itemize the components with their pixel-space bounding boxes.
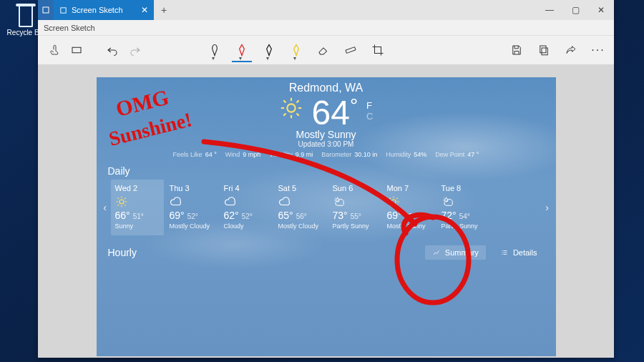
breadcrumb: Screen Sketch: [38, 20, 614, 36]
tab-icon: [59, 6, 67, 14]
window-close-button[interactable]: ✕: [588, 0, 614, 20]
day-card[interactable]: Mon 769°52°Mostly Sunny: [383, 180, 436, 235]
undo-button[interactable]: [104, 40, 121, 60]
save-button[interactable]: [508, 40, 525, 60]
day-high: 62°: [224, 210, 239, 221]
day-low: 55°: [351, 212, 361, 220]
window-minimize-button[interactable]: —: [537, 0, 562, 20]
day-name: Tue 8: [441, 184, 486, 192]
day-low: 56°: [296, 212, 307, 220]
day-low: 51°: [133, 212, 144, 220]
touch-writing-button[interactable]: [45, 40, 62, 60]
redo-button[interactable]: [127, 40, 144, 60]
updated-label: Updated 3:00 PM: [97, 140, 556, 148]
day-high: 69°: [170, 210, 185, 221]
day-condition: Partly Sunny: [441, 222, 486, 230]
recycle-bin-icon: [14, 3, 37, 27]
day-high: 72°: [441, 210, 457, 221]
day-card[interactable]: Sat 565°56°Mostly Cloudy: [274, 180, 327, 235]
tab-close-icon[interactable]: ✕: [141, 5, 148, 15]
canvas-area[interactable]: Redmond, WA 64° F C Mostly Sunny Updated…: [38, 64, 614, 358]
cloud-icon: [170, 195, 214, 208]
day-low: 52°: [242, 212, 253, 220]
day-name: Mon 7: [387, 184, 431, 192]
day-condition: Sunny: [115, 222, 160, 230]
app-badge-icon: [38, 0, 54, 20]
day-card[interactable]: Sun 673°55°Partly Sunny: [328, 180, 381, 235]
window-maximize-button[interactable]: ▢: [562, 0, 588, 20]
crop-canvas-button[interactable]: [68, 40, 85, 60]
share-button[interactable]: [562, 40, 580, 60]
stats-row: Feels Like64 ° Wind9 mph Visibility9.9 m…: [97, 151, 556, 158]
svg-rect-18: [61, 7, 66, 12]
day-name: Wed 2: [115, 184, 160, 192]
weather-screenshot: Redmond, WA 64° F C Mostly Sunny Updated…: [97, 77, 556, 356]
eraser-button[interactable]: [315, 40, 332, 60]
day-high: 69°: [387, 210, 402, 221]
day-high: 65°: [278, 210, 293, 221]
new-tab-button[interactable]: +: [154, 0, 174, 20]
partly-icon: [333, 195, 377, 208]
day-name: Thu 3: [170, 184, 214, 192]
day-name: Fri 4: [224, 184, 268, 192]
day-card[interactable]: Wed 266°51°Sunny: [111, 180, 164, 235]
day-card[interactable]: Thu 369°52°Mostly Cloudy: [165, 180, 218, 235]
tab-strip: Screen Sketch ✕ + — ▢ ✕: [38, 0, 614, 20]
daily-next-button[interactable]: ›: [542, 180, 553, 235]
cloud-icon: [278, 195, 323, 208]
day-low: 52°: [187, 212, 198, 220]
ballpoint-pen-button[interactable]: ▾: [206, 40, 223, 60]
day-name: Sun 6: [333, 184, 377, 192]
crop-button[interactable]: [369, 40, 386, 60]
svg-rect-17: [43, 7, 49, 13]
day-low: 54°: [459, 212, 470, 220]
daily-cards: Wed 266°51°SunnyThu 369°52°Mostly Cloudy…: [111, 180, 542, 235]
day-condition: Mostly Cloudy: [278, 222, 323, 230]
pen-red-button[interactable]: ▾: [233, 40, 250, 60]
more-button[interactable]: ···: [590, 40, 607, 60]
day-card[interactable]: Fri 462°52°Cloudy: [220, 180, 273, 235]
toolbar: ▾ ▾ ▾ ▾ ···: [38, 36, 614, 64]
tab-title: Screen Sketch: [72, 6, 123, 14]
day-card[interactable]: Tue 872°54°Partly Sunny: [437, 180, 490, 235]
day-condition: Mostly Cloudy: [170, 222, 214, 230]
highlighter-button[interactable]: ▾: [288, 40, 305, 60]
sun-icon: [115, 195, 160, 208]
tab-screen-sketch[interactable]: Screen Sketch ✕: [54, 0, 154, 20]
ruler-button[interactable]: [342, 40, 359, 60]
day-high: 66°: [115, 210, 130, 221]
pen-black-button[interactable]: ▾: [260, 40, 278, 60]
unit-c[interactable]: C: [366, 111, 373, 122]
day-high: 73°: [333, 210, 348, 221]
breadcrumb-text: Screen Sketch: [44, 24, 95, 32]
screen-sketch-window: Screen Sketch ✕ + — ▢ ✕ Screen Sketch ▾ …: [38, 0, 614, 358]
cloud-icon: [224, 195, 268, 208]
day-condition: Mostly Sunny: [387, 222, 431, 230]
day-name: Sat 5: [278, 184, 323, 192]
day-condition: Partly Sunny: [333, 222, 377, 230]
day-condition: Cloudy: [224, 222, 268, 230]
day-low: 52°: [405, 212, 416, 220]
sun-icon: [387, 195, 431, 208]
daily-prev-button[interactable]: ‹: [99, 180, 111, 235]
copy-button[interactable]: [535, 40, 552, 60]
partly-icon: [441, 195, 486, 208]
